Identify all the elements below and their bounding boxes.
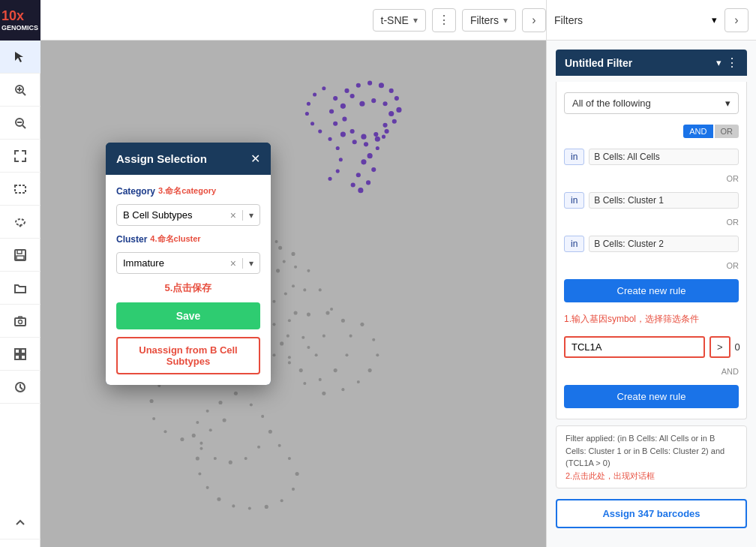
annotation-1: 1.输入基因symbol，选择筛选条件 [564, 310, 739, 329]
svg-rect-14 [15, 318, 26, 326]
cluster-select-row: Immature × [116, 252, 260, 274]
left-toolbar: 10x GENOMICS [0, 0, 40, 547]
svg-rect-19 [21, 355, 26, 359]
tsne-label: t-SNE [381, 14, 409, 26]
cluster-label: Cluster 4.命名cluster [116, 233, 260, 245]
category-select[interactable]: B Cell Subtypes [117, 205, 224, 225]
cluster-select[interactable]: Immature [117, 253, 224, 273]
logo-x: 10x [2, 8, 38, 24]
cluster-chevron-icon[interactable] [242, 258, 260, 269]
gene-input-row: > 0 [564, 333, 739, 361]
rule-2-operator[interactable]: in [564, 192, 584, 209]
filters-header-chevron-icon [712, 14, 717, 26]
all-following-row: All of the following [564, 89, 739, 120]
modal-title: Assign Selection [116, 152, 207, 165]
zoom-out-tool[interactable] [0, 107, 40, 140]
rule-row-1: in B Cells: All Cells [564, 146, 739, 168]
canvas-area: Assign Selection ✕ Category 3.命名category… [40, 41, 546, 547]
modal-header: Assign Selection ✕ [106, 143, 271, 175]
modal-overlay: Assign Selection ✕ Category 3.命名category… [40, 41, 546, 547]
folder-tool[interactable] [0, 272, 40, 305]
filter-options-button[interactable]: ⋮ [726, 56, 738, 70]
assign-barcodes-button[interactable]: Assign 347 barcodes [556, 499, 747, 528]
category-chevron-icon[interactable] [242, 210, 260, 221]
and-button[interactable]: AND [683, 125, 712, 138]
filter-title-bar: Untitled Filter ⋮ [556, 50, 747, 76]
cursor-tool[interactable] [0, 41, 40, 74]
svg-rect-8 [15, 185, 26, 193]
save-button[interactable]: Save [116, 302, 260, 329]
filters-dropdown[interactable]: Filters [462, 9, 516, 32]
filters-panel-expand-btn[interactable]: › [724, 8, 748, 32]
svg-rect-17 [21, 349, 26, 353]
or-sep-1: OR [564, 173, 739, 185]
history-tool[interactable] [0, 371, 40, 404]
assign-selection-modal: Assign Selection ✕ Category 3.命名category… [106, 143, 271, 385]
unassign-button[interactable]: Unassign from B Cell Subtypes [116, 337, 260, 374]
svg-point-15 [18, 320, 22, 323]
top-bar: t-SNE ⋮ Filters › [40, 0, 546, 41]
gene-operator-button[interactable]: > [710, 336, 730, 358]
filter-applied-text: Filter applied: (in B Cells: All Cells o… [556, 425, 747, 488]
lasso-tool[interactable] [0, 206, 40, 239]
cluster-clear-button[interactable]: × [224, 257, 242, 269]
filter-title-chevron-icon [716, 57, 722, 68]
gene-symbol-input[interactable] [564, 336, 705, 358]
tsne-dropdown[interactable]: t-SNE [373, 9, 426, 32]
or-sep-2: OR [564, 216, 739, 228]
zoom-in-tool[interactable] [0, 74, 40, 107]
svg-line-6 [22, 125, 26, 128]
save-annotation: 5.点击保存 [116, 281, 260, 295]
all-following-label: All of the following [572, 98, 651, 109]
filters-header-label: Filters [554, 14, 707, 26]
svg-point-9 [16, 219, 25, 225]
logo: 10x GENOMICS [0, 0, 40, 41]
filter-panel: Untitled Filter ⋮ All of the following A… [547, 41, 756, 547]
rule-row-3: in B Cells: Cluster 2 [564, 233, 739, 255]
svg-rect-12 [17, 250, 22, 254]
category-clear-button[interactable]: × [224, 209, 242, 221]
svg-rect-16 [15, 349, 20, 353]
modal-body: Category 3.命名category B Cell Subtypes × … [106, 175, 271, 385]
svg-marker-0 [15, 52, 23, 62]
filter-title: Untitled Filter [565, 57, 712, 69]
category-select-row: B Cell Subtypes × [116, 204, 260, 226]
filter-body: All of the following AND OR in B Cells: … [556, 82, 747, 419]
svg-point-10 [19, 224, 21, 227]
tsne-chevron-icon [413, 15, 418, 26]
camera-tool[interactable] [0, 305, 40, 338]
select-rect-tool[interactable] [0, 173, 40, 206]
rule-1-operator[interactable]: in [564, 149, 584, 165]
filters-expand-btn[interactable]: › [522, 8, 546, 32]
or-sep-3: OR [564, 260, 739, 272]
collapse-tool[interactable] [0, 506, 40, 539]
modal-close-button[interactable]: ✕ [250, 152, 260, 166]
gene-threshold-value: 0 [735, 341, 750, 353]
rule-2-value: B Cells: Cluster 1 [589, 192, 739, 209]
filters-label: Filters [470, 14, 499, 26]
and-or-toggle: AND OR [564, 125, 739, 138]
right-panel: Filters › Untitled Filter ⋮ All of the f… [546, 0, 756, 547]
annotation-2[interactable]: 2.点击此处，出现对话框 [566, 471, 655, 480]
rule-1-value: B Cells: All Cells [589, 149, 739, 165]
svg-rect-13 [16, 256, 24, 260]
save-tool[interactable] [0, 239, 40, 272]
all-following-dropdown[interactable]: All of the following [564, 92, 739, 114]
expand-tool[interactable] [0, 140, 40, 173]
right-panel-header: Filters › [547, 0, 756, 41]
tsne-options-btn[interactable]: ⋮ [432, 8, 456, 32]
rule-3-value: B Cells: Cluster 2 [589, 236, 739, 252]
filters-chevron-icon [503, 15, 508, 26]
grid-tool[interactable] [0, 338, 40, 371]
rule-row-2: in B Cells: Cluster 1 [564, 189, 739, 212]
create-rule-button-1[interactable]: Create new rule [564, 279, 739, 302]
logo-text: GENOMICS [2, 24, 38, 32]
rule-3-operator[interactable]: in [564, 236, 584, 252]
create-rule-button-2[interactable]: Create new rule [564, 385, 739, 408]
svg-rect-18 [15, 355, 20, 359]
all-following-chevron-icon [725, 98, 730, 109]
and-sep: AND [564, 365, 739, 377]
svg-line-2 [22, 92, 26, 95]
main-area: t-SNE ⋮ Filters › [40, 0, 546, 547]
or-button[interactable]: OR [715, 125, 740, 138]
